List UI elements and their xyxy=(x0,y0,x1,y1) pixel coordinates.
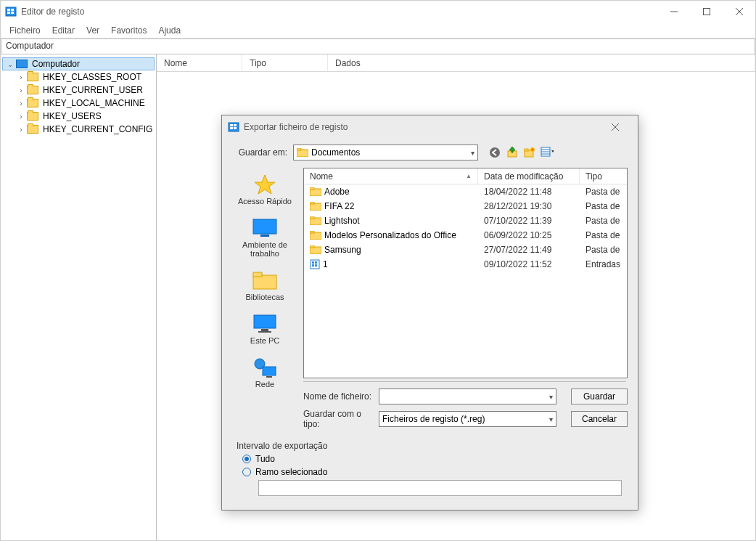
svg-rect-46 xyxy=(310,245,314,248)
this-pc-shortcut[interactable]: Este PC xyxy=(233,310,297,351)
file-row[interactable]: FIFA 2228/12/2021 19:30Pasta de xyxy=(304,199,627,213)
folder-icon xyxy=(27,112,38,121)
svg-rect-4 xyxy=(11,12,14,14)
network-shortcut[interactable]: Rede xyxy=(233,354,297,394)
tree-root[interactable]: ⌄ Computador xyxy=(2,57,155,70)
maximize-button[interactable] xyxy=(690,1,723,23)
places-bar: Acesso Rápido Ambiente de trabalho Bibli… xyxy=(232,168,297,429)
menu-edit[interactable]: Editar xyxy=(48,24,79,37)
svg-rect-3 xyxy=(7,12,10,14)
close-button[interactable] xyxy=(723,1,755,23)
tree-node-label: HKEY_CURRENT_CONFIG xyxy=(43,124,152,134)
menu-file[interactable]: Ficheiro xyxy=(5,24,45,37)
up-button[interactable] xyxy=(506,146,519,159)
menu-view[interactable]: Ver xyxy=(82,24,104,37)
back-button[interactable] xyxy=(488,146,501,159)
folder-icon xyxy=(27,125,38,134)
export-range-title: Intervalo de exportação xyxy=(237,441,623,451)
view-menu-button[interactable] xyxy=(541,146,554,159)
folder-icon xyxy=(27,73,38,81)
col-data[interactable]: Dados xyxy=(328,54,755,71)
filelist-col-date[interactable]: Data de modificação xyxy=(478,168,580,184)
monitor-icon xyxy=(252,313,278,335)
file-type: Pasta de xyxy=(580,230,627,240)
folder-icon xyxy=(252,269,278,291)
tree-node[interactable]: ›HKEY_CURRENT_CONFIG xyxy=(2,123,155,136)
file-date: 06/09/2022 10:25 xyxy=(478,230,580,240)
export-dialog: Exportar ficheiro de registo Guardar em:… xyxy=(221,115,638,511)
tree-node[interactable]: ›HKEY_LOCAL_MACHINE xyxy=(2,97,155,110)
window-title: Editor de registo xyxy=(21,7,84,17)
save-in-combo[interactable]: Documentos ▾ xyxy=(293,145,478,160)
folder-icon xyxy=(27,86,38,94)
col-type[interactable]: Tipo xyxy=(242,54,328,71)
address-bar[interactable]: Computador xyxy=(1,38,755,54)
svg-rect-49 xyxy=(315,261,317,264)
svg-rect-12 xyxy=(230,127,233,129)
file-row[interactable]: Modelos Personalizados do Office06/09/20… xyxy=(304,228,627,243)
svg-rect-42 xyxy=(310,216,314,219)
chevron-down-icon: ▾ xyxy=(471,149,474,157)
file-row[interactable]: Samsung27/07/2022 11:49Pasta de xyxy=(304,243,627,257)
savetype-combo[interactable]: Ficheiros de registo (*.reg) ▾ xyxy=(379,411,556,427)
tree-node[interactable]: ›HKEY_USERS xyxy=(2,110,155,123)
quick-access-shortcut[interactable]: Acesso Rápido xyxy=(233,171,297,211)
file-type: Pasta de xyxy=(580,216,627,226)
chevron-right-icon[interactable]: › xyxy=(17,113,25,121)
new-folder-button[interactable] xyxy=(523,146,536,159)
svg-rect-11 xyxy=(234,124,237,126)
save-in-label: Guardar em: xyxy=(232,147,287,158)
desktop-shortcut[interactable]: Ambiente de trabalho xyxy=(233,214,297,264)
file-date: 28/12/2021 19:30 xyxy=(478,201,580,211)
file-type: Pasta de xyxy=(580,245,627,255)
radio-branch[interactable]: Ramo selecionado xyxy=(242,467,623,477)
svg-rect-31 xyxy=(254,315,276,328)
svg-rect-2 xyxy=(11,9,14,11)
svg-rect-36 xyxy=(266,376,272,378)
libraries-shortcut[interactable]: Bibliotecas xyxy=(233,267,297,307)
chevron-right-icon[interactable]: › xyxy=(17,99,25,107)
savetype-label: Guardar com o tipo: xyxy=(303,409,374,429)
cancel-button[interactable]: Cancelar xyxy=(571,411,628,427)
filename-input[interactable]: ▾ xyxy=(379,389,556,404)
svg-rect-10 xyxy=(230,124,233,126)
save-in-value: Documentos xyxy=(311,147,360,158)
folder-icon xyxy=(310,245,321,254)
filelist-col-name[interactable]: Nome ▲ xyxy=(304,168,478,184)
menu-fav[interactable]: Favoritos xyxy=(107,24,151,37)
chevron-right-icon[interactable]: › xyxy=(17,73,25,81)
chevron-down-icon[interactable]: ⌄ xyxy=(6,60,15,68)
branch-input[interactable] xyxy=(258,480,622,496)
chevron-right-icon[interactable]: › xyxy=(17,86,25,94)
file-list[interactable]: Nome ▲ Data de modificação Tipo Adobe18/… xyxy=(303,168,628,378)
file-date: 18/04/2022 11:48 xyxy=(478,187,580,197)
col-name[interactable]: Nome xyxy=(157,54,242,71)
radio-icon xyxy=(242,455,251,463)
desktop-icon xyxy=(252,217,278,239)
svg-rect-6 xyxy=(703,9,710,15)
file-date: 07/10/2022 11:39 xyxy=(478,216,580,226)
radio-all[interactable]: Tudo xyxy=(242,454,623,464)
file-row[interactable]: Lightshot07/10/2022 11:39Pasta de xyxy=(304,213,627,228)
file-row[interactable]: 109/10/2022 11:52Entradas xyxy=(304,257,627,272)
menubar: Ficheiro Editar Ver Favoritos Ajuda xyxy=(1,23,755,38)
menu-help[interactable]: Ajuda xyxy=(154,24,185,37)
dialog-close-button[interactable] xyxy=(612,123,632,131)
tree-node[interactable]: ›HKEY_CLASSES_ROOT xyxy=(2,70,155,84)
svg-rect-1 xyxy=(7,9,10,11)
file-type: Pasta de xyxy=(580,201,627,211)
file-name: Lightshot xyxy=(324,216,360,226)
minimize-button[interactable] xyxy=(657,1,690,23)
svg-rect-17 xyxy=(297,148,301,150)
filelist-col-type[interactable]: Tipo xyxy=(580,168,627,184)
file-name: Modelos Personalizados do Office xyxy=(324,230,456,240)
file-row[interactable]: Adobe18/04/2022 11:48Pasta de xyxy=(304,184,627,199)
dialog-title: Exportar ficheiro de registo xyxy=(244,122,348,132)
computer-icon xyxy=(16,60,28,68)
tree-node-label: HKEY_USERS xyxy=(43,111,102,121)
regfile-icon xyxy=(310,259,320,269)
export-range-group: Intervalo de exportação Tudo Ramo seleci… xyxy=(232,439,628,500)
chevron-right-icon[interactable]: › xyxy=(17,126,25,134)
tree-node[interactable]: ›HKEY_CURRENT_USER xyxy=(2,84,155,97)
save-button[interactable]: Guardar xyxy=(571,389,628,404)
